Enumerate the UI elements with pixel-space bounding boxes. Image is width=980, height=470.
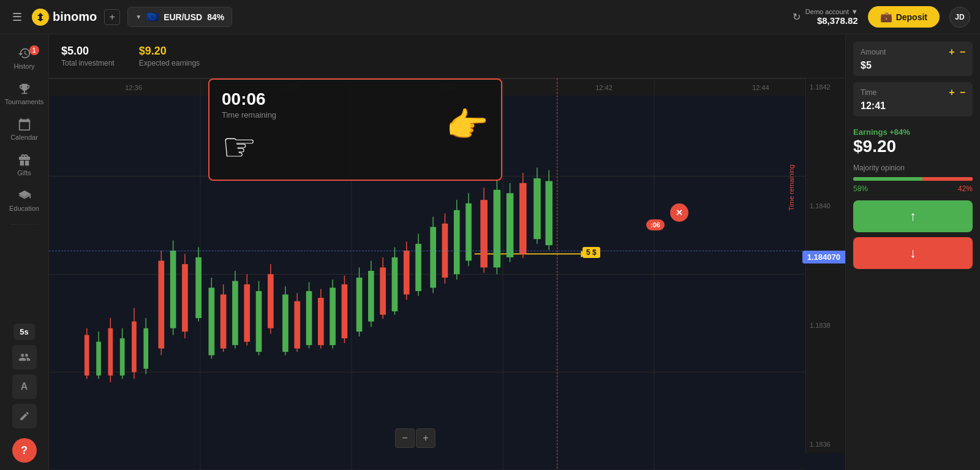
tournaments-label: Tournaments xyxy=(5,98,44,105)
popup-hand-right: 👉 xyxy=(446,108,489,142)
time-badge[interactable]: 5s xyxy=(13,324,34,340)
time-field: Time + − 12:41 xyxy=(853,82,973,116)
earnings-pct: Earnings +84% xyxy=(853,127,973,137)
amount-value[interactable]: $5 xyxy=(861,60,965,71)
trade-bar: $5.00 Total investment $9.20 Expected ea… xyxy=(49,34,845,78)
time-minus[interactable]: − xyxy=(960,87,965,98)
up-arrow-icon: ↑ xyxy=(910,208,916,224)
pair-flag: 🇪🇺 xyxy=(146,11,159,23)
amount-minus[interactable]: − xyxy=(960,47,965,58)
sidebar-divider xyxy=(10,224,39,225)
price-line xyxy=(49,251,805,251)
sidebar-item-tournaments[interactable]: Tournaments xyxy=(4,77,45,110)
price-axis: 1.1842 1.1840 1.1838 1.1836 xyxy=(805,78,845,453)
history-label: History xyxy=(13,63,34,70)
sidebar: History 1 Tournaments Calendar Gifts Edu… xyxy=(0,34,49,470)
pair-pct: 84% xyxy=(207,12,224,22)
tool-people[interactable] xyxy=(12,345,37,370)
popup-time-label: Time remaining xyxy=(222,110,276,119)
majority-green-pct: 58% xyxy=(853,184,868,193)
trade-up-button[interactable]: ↑ xyxy=(853,200,973,232)
majority-label: Majority opinion xyxy=(853,164,973,172)
earnings-amount: $9.20 xyxy=(853,137,973,156)
amount-field: Amount + − $5 xyxy=(853,42,973,76)
main-content: History 1 Tournaments Calendar Gifts Edu… xyxy=(0,34,980,470)
chart-amount-badge: 5 $ xyxy=(582,247,600,258)
calendar-label: Calendar xyxy=(10,134,38,141)
deposit-button[interactable]: 💼 Deposit xyxy=(868,6,940,28)
demo-account: ↻ Demo account ▼ $8,378.82 xyxy=(793,8,858,26)
popup-time: 00:06 xyxy=(222,89,276,109)
demo-info: Demo account ▼ $8,378.82 xyxy=(805,8,858,26)
trade-popup: 00:06 Time remaining ☞ 👉 xyxy=(208,78,502,181)
history-badge: 1 xyxy=(29,45,39,55)
tool-pencil[interactable] xyxy=(12,404,37,428)
demo-balance: $8,378.82 xyxy=(817,15,858,26)
demo-chevron[interactable]: ▼ xyxy=(851,8,858,15)
pair-chevron: ▼ xyxy=(135,13,141,20)
refresh-icon[interactable]: ↻ xyxy=(793,11,801,23)
time-controls: + − xyxy=(949,87,965,98)
majority-section: Majority opinion 58% 42% xyxy=(853,164,973,193)
earnings-label: Expected earnings xyxy=(139,59,200,67)
majority-red-pct: 42% xyxy=(958,184,973,193)
investment-stat: $5.00 Total investment xyxy=(61,45,115,67)
chart-zoom: − + xyxy=(395,428,435,448)
sidebar-item-gifts[interactable]: Gifts xyxy=(4,148,45,181)
majority-pcts: 58% 42% xyxy=(853,184,973,193)
chart-area: $5.00 Total investment $9.20 Expected ea… xyxy=(49,34,845,470)
earnings-stat: $9.20 Expected earnings xyxy=(139,45,200,67)
demo-label: Demo account ▼ xyxy=(805,8,858,15)
time-plus[interactable]: + xyxy=(949,87,954,98)
sidebar-item-calendar[interactable]: Calendar xyxy=(4,113,45,146)
nav-right: ↻ Demo account ▼ $8,378.82 💼 Deposit JD xyxy=(793,6,970,28)
help-button[interactable]: ? xyxy=(12,438,37,463)
right-panel: Amount + − $5 Time + − 12:41 Earnings +8… xyxy=(845,34,980,470)
majority-bar xyxy=(853,177,973,181)
trade-down-button[interactable]: ↓ xyxy=(853,237,973,269)
majority-red-bar xyxy=(922,177,973,181)
tool-font[interactable]: A xyxy=(12,374,37,399)
amount-label: Amount xyxy=(861,48,886,56)
zoom-in-button[interactable]: + xyxy=(416,428,435,448)
logo: binomo xyxy=(32,9,97,26)
deposit-icon: 💼 xyxy=(880,11,892,23)
sidebar-item-education[interactable]: Education xyxy=(4,184,45,217)
top-navigation: ☰ binomo + ▼ 🇪🇺 EUR/USD 84% ↻ Demo accou… xyxy=(0,0,980,34)
hamburger-menu[interactable]: ☰ xyxy=(10,8,24,26)
amount-header: Amount + − xyxy=(861,47,965,58)
avatar[interactable]: JD xyxy=(949,7,970,28)
sidebar-item-history[interactable]: History 1 xyxy=(4,42,45,75)
education-label: Education xyxy=(9,205,39,212)
down-arrow-icon: ↓ xyxy=(910,245,916,261)
add-tab-button[interactable]: + xyxy=(104,9,120,25)
sidebar-bottom: 5s A ? xyxy=(12,324,37,463)
popup-hand-cursor: ☞ xyxy=(222,124,276,170)
amount-controls: + − xyxy=(949,47,965,58)
price-tag: 1.184070 xyxy=(802,251,845,263)
logo-text: binomo xyxy=(53,10,97,24)
zoom-out-button[interactable]: − xyxy=(395,428,415,448)
pair-selector[interactable]: ▼ 🇪🇺 EUR/USD 84% xyxy=(127,7,232,27)
investment-label: Total investment xyxy=(61,59,115,67)
pair-name: EUR/USD xyxy=(164,12,202,22)
investment-value: $5.00 xyxy=(61,45,115,58)
time-value[interactable]: 12:41 xyxy=(861,100,965,112)
gifts-label: Gifts xyxy=(17,169,31,176)
amount-plus[interactable]: + xyxy=(949,47,954,58)
time-header: Time + − xyxy=(861,87,965,98)
time-label-panel: Time xyxy=(861,88,876,97)
earnings-section: Earnings +84% $9.20 xyxy=(853,127,973,156)
majority-green-bar xyxy=(853,177,922,181)
countdown-bubble: :06 xyxy=(646,219,665,230)
logo-icon xyxy=(32,9,49,26)
earnings-value: $9.20 xyxy=(139,45,200,58)
